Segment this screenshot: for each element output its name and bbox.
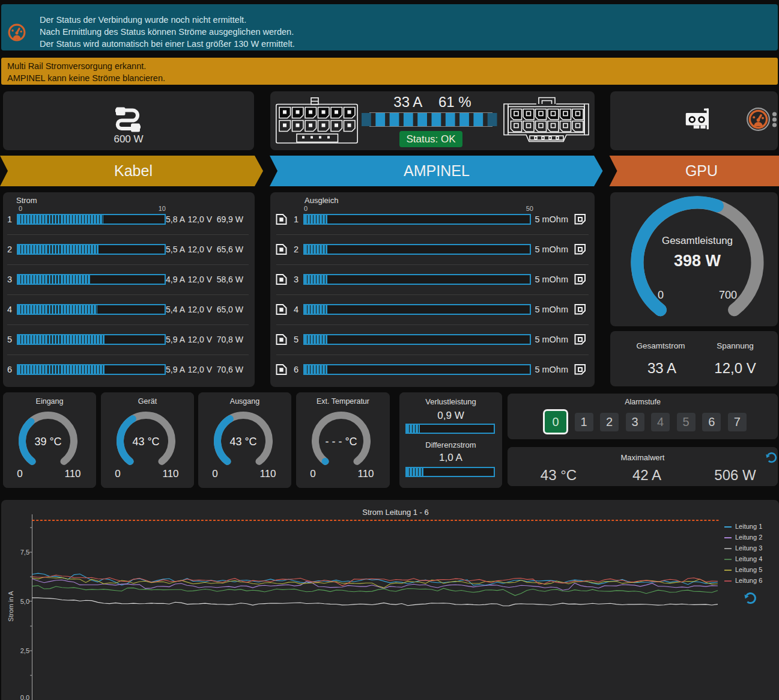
svg-text:7,5: 7,5 xyxy=(20,549,29,556)
svg-text:2,5: 2,5 xyxy=(20,647,29,654)
svg-text:0,0: 0,0 xyxy=(20,694,29,700)
svg-text:Strom in A: Strom in A xyxy=(7,591,14,621)
svg-text:5,0: 5,0 xyxy=(20,598,29,605)
